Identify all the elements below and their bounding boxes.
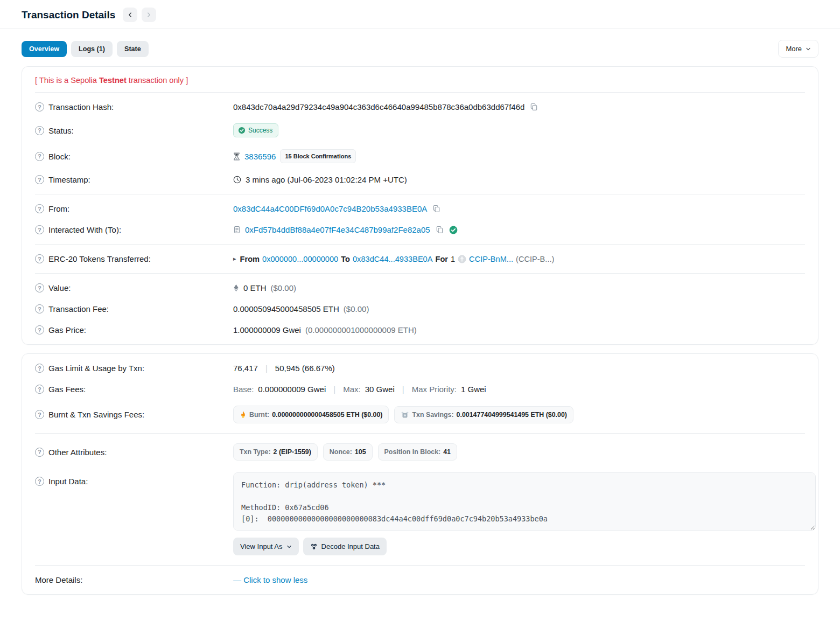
- show-less-link[interactable]: — Click to show less: [233, 575, 307, 584]
- copy-icon: [436, 226, 444, 234]
- transaction-hash-value: 0x843dc70a4a29d79234c49a904c363d6c46640a…: [233, 102, 524, 112]
- copy-transaction-hash-button[interactable]: [529, 103, 539, 111]
- row-burnt-savings: ? Burnt & Txn Savings Fees: Burnt: 0.000…: [35, 400, 805, 429]
- base-fee-value: 0.000000009 Gwei: [258, 385, 326, 394]
- token-icon: [458, 255, 466, 263]
- interacted-with-label: Interacted With (To):: [48, 225, 121, 234]
- txn-savings-label: Txn Savings:: [412, 411, 453, 419]
- erc20-token-symbol: (CCIP-B...): [516, 255, 554, 263]
- position-in-block-badge: Position In Block: 41: [378, 443, 457, 461]
- money-with-wings-icon: [401, 411, 409, 419]
- chevron-left-icon: [127, 12, 133, 18]
- from-label: From:: [48, 204, 69, 213]
- contract-file-icon: [233, 226, 241, 234]
- help-icon[interactable]: ?: [35, 325, 44, 335]
- input-data-label: Input Data:: [48, 477, 88, 486]
- expand-triangle-icon[interactable]: ▸: [233, 255, 236, 262]
- burnt-fee-badge: Burnt: 0.000000000000458505 ETH ($0.00): [233, 406, 389, 423]
- position-in-block-value: 41: [443, 448, 451, 456]
- group-value-fee: ? Value: 0 ETH ($0.00) ? Transaction Fee…: [35, 274, 805, 344]
- other-attributes-label: Other Attributes:: [48, 448, 107, 457]
- previous-transaction-button[interactable]: [123, 8, 137, 22]
- gas-price-gwei: 1.000000009 Gwei: [233, 325, 301, 335]
- erc20-transferred-label: ERC-20 Tokens Transferred:: [48, 254, 151, 263]
- gas-fees-label: Gas Fees:: [48, 385, 86, 394]
- to-address-link[interactable]: 0xFd57b4ddBf88a4e07fF4e34C487b99af2Fe82a…: [245, 225, 430, 234]
- next-transaction-button[interactable]: [142, 8, 156, 22]
- help-icon[interactable]: ?: [35, 364, 44, 373]
- tab-logs[interactable]: Logs (1): [71, 41, 113, 57]
- testnet-warning-group: [ This is a Sepolia Testnet transaction …: [35, 67, 805, 93]
- help-icon[interactable]: ?: [35, 204, 44, 213]
- block-number-link[interactable]: 3836596: [244, 152, 276, 161]
- erc20-to-word: To: [341, 255, 350, 263]
- transaction-details-page: Transaction Details Overview Logs (1) St…: [0, 0, 840, 611]
- header-divider: [0, 29, 840, 29]
- chevron-down-icon: [806, 46, 811, 52]
- nonce-value: 105: [355, 448, 366, 456]
- erc20-token-link[interactable]: CCIP-BnM...: [469, 255, 513, 263]
- help-icon[interactable]: ?: [35, 385, 44, 394]
- row-gas-price: ? Gas Price: 1.000000009 Gwei (0.0000000…: [35, 319, 805, 340]
- copy-from-address-button[interactable]: [431, 205, 442, 213]
- help-icon[interactable]: ?: [35, 477, 44, 486]
- tab-state[interactable]: State: [117, 41, 149, 57]
- help-icon[interactable]: ?: [35, 448, 44, 457]
- erc20-from-word: From: [240, 255, 260, 263]
- row-interacted-with: ? Interacted With (To): 0xFd57b4ddBf88a4…: [35, 219, 805, 240]
- view-input-as-label: View Input As: [240, 542, 283, 551]
- help-icon[interactable]: ?: [35, 254, 44, 263]
- separator: |: [330, 385, 339, 394]
- group-gas-details: ? Gas Limit & Usage by Txn: 76,417 | 50,…: [35, 354, 805, 434]
- from-address-link[interactable]: 0x83dC44a4C00DFf69d0A0c7c94B20b53a4933BE…: [233, 204, 427, 213]
- block-confirmations-badge: 15 Block Confirmations: [280, 149, 356, 163]
- view-input-as-button[interactable]: View Input As: [233, 538, 299, 555]
- row-input-data: ? Input Data: Function: drip(address tok…: [35, 466, 805, 561]
- tab-overview[interactable]: Overview: [22, 41, 67, 57]
- burnt-fee-label: Burnt:: [249, 411, 269, 419]
- row-transaction-fee: ? Transaction Fee: 0.000050945000458505 …: [35, 298, 805, 319]
- eth-icon: [233, 284, 239, 292]
- group-other-attributes: ? Other Attributes: Txn Type: 2 (EIP-155…: [35, 434, 805, 566]
- max-priority-fee-value: 1 Gwei: [461, 385, 486, 394]
- input-data-buttons: View Input As Decode Input Data: [233, 538, 816, 555]
- row-block: ? Block: 3836596 15 Block Confirmations: [35, 143, 805, 169]
- copy-icon: [432, 205, 440, 213]
- help-icon[interactable]: ?: [35, 126, 44, 135]
- value-label: Value:: [48, 283, 71, 292]
- position-in-block-label: Position In Block:: [384, 448, 441, 456]
- txn-type-badge: Txn Type: 2 (EIP-1559): [233, 443, 318, 461]
- txn-type-value: 2 (EIP-1559): [274, 448, 311, 456]
- testnet-warning: [ This is a Sepolia Testnet transaction …: [35, 76, 805, 85]
- help-icon[interactable]: ?: [35, 225, 44, 234]
- help-icon[interactable]: ?: [35, 152, 44, 161]
- erc20-to-address-link[interactable]: 0x83dC44...4933BE0A: [353, 255, 432, 263]
- gas-usage-value: 50,945 (66.67%): [275, 364, 335, 373]
- value-usd: ($0.00): [271, 283, 297, 292]
- chevron-right-icon: [146, 12, 152, 18]
- help-icon[interactable]: ?: [35, 175, 44, 184]
- row-erc20-transferred: ? ERC-20 Tokens Transferred: ▸ From 0x00…: [35, 248, 805, 269]
- erc20-from-address-link[interactable]: 0x000000...00000000: [262, 255, 338, 263]
- copy-to-address-button[interactable]: [435, 226, 445, 234]
- help-icon[interactable]: ?: [35, 410, 44, 419]
- nonce-badge: Nonce: 105: [323, 443, 373, 461]
- verified-check-icon: [449, 226, 458, 234]
- input-data-textarea[interactable]: Function: drip(address token) *** Method…: [233, 472, 816, 531]
- transaction-fee-label: Transaction Fee:: [48, 304, 109, 313]
- group-addresses: ? From: 0x83dC44a4C00DFf69d0A0c7c94B20b5…: [35, 194, 805, 245]
- row-timestamp: ? Timestamp: 3 mins ago (Jul-06-2023 01:…: [35, 169, 805, 190]
- help-icon[interactable]: ?: [35, 304, 44, 313]
- group-more-details: More Details: — Click to show less: [35, 566, 805, 594]
- status-badge: Success: [233, 123, 278, 137]
- page-header: Transaction Details: [22, 4, 818, 27]
- decode-input-data-button[interactable]: Decode Input Data: [303, 538, 387, 555]
- overview-card: [ This is a Sepolia Testnet transaction …: [22, 66, 818, 345]
- transaction-hash-label: Transaction Hash:: [48, 102, 114, 112]
- help-icon[interactable]: ?: [35, 102, 44, 112]
- row-more-details: More Details: — Click to show less: [35, 569, 805, 590]
- tabs: Overview Logs (1) State: [22, 41, 149, 57]
- help-icon[interactable]: ?: [35, 283, 44, 292]
- more-button[interactable]: More: [778, 40, 818, 58]
- row-transaction-hash: ? Transaction Hash: 0x843dc70a4a29d79234…: [35, 96, 805, 117]
